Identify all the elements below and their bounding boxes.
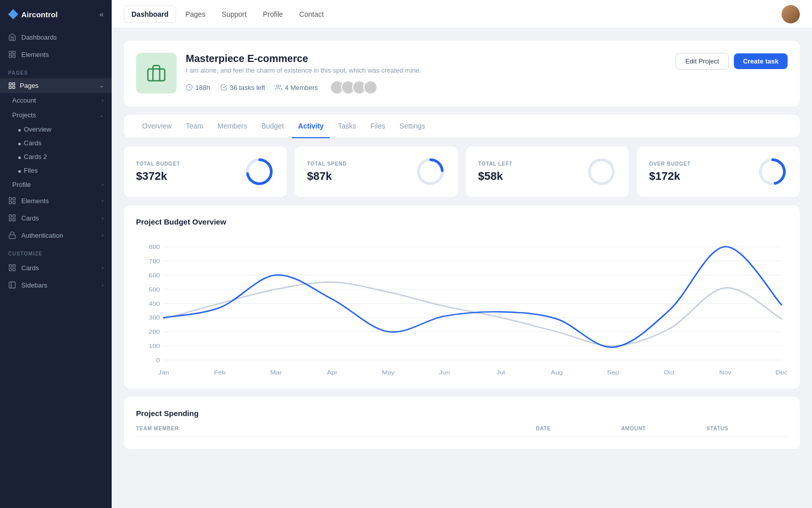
tab-budget[interactable]: Budget xyxy=(255,115,290,138)
svg-rect-3 xyxy=(9,55,12,57)
main-area: Dashboard Pages Support Profile Contact … xyxy=(112,0,812,508)
stat-label-total_spend: TOTAL SPEND xyxy=(307,161,347,167)
topnav-dashboard[interactable]: Dashboard xyxy=(124,6,176,23)
chart-title: Project Budget Overview xyxy=(136,217,788,226)
pages-chevron: ⌄ xyxy=(99,83,104,88)
svg-rect-18 xyxy=(13,265,15,267)
tabs-bar: OverviewTeamMembersBudgetActivityTasksFi… xyxy=(124,115,800,138)
stat-value-total_spend: $87k xyxy=(307,170,347,183)
cards-icon xyxy=(8,214,16,222)
sidebar-item-account[interactable]: Account › xyxy=(0,93,112,108)
svg-rect-13 xyxy=(13,215,15,217)
auth-icon xyxy=(8,231,16,239)
svg-text:300: 300 xyxy=(149,314,160,321)
project-info: Masterpiece E-commerce I am alone, and f… xyxy=(186,53,421,94)
svg-rect-23 xyxy=(148,69,164,81)
page-icon xyxy=(8,82,16,89)
tab-overview[interactable]: Overview xyxy=(136,115,178,138)
svg-rect-4 xyxy=(9,83,11,85)
svg-text:Sep: Sep xyxy=(607,369,619,375)
svg-rect-15 xyxy=(9,218,12,221)
avatar-4 xyxy=(363,80,378,94)
svg-rect-9 xyxy=(13,198,15,200)
tab-team[interactable]: Team xyxy=(180,115,209,138)
svg-text:700: 700 xyxy=(149,258,160,265)
project-description: I am alone, and feel the charm of existe… xyxy=(186,67,421,74)
svg-rect-7 xyxy=(9,86,11,88)
stat-value-total_left: $58k xyxy=(478,170,513,183)
svg-text:500: 500 xyxy=(149,286,160,293)
create-task-button[interactable]: Create task xyxy=(734,53,788,69)
stat-label-total_left: TOTAL LEFT xyxy=(478,161,513,167)
sidebar-item-cards[interactable]: Cards xyxy=(0,136,112,150)
tab-tasks[interactable]: Tasks xyxy=(332,115,362,138)
cards-cust-chevron: › xyxy=(102,265,104,271)
svg-rect-16 xyxy=(9,235,15,238)
svg-text:Oct: Oct xyxy=(664,369,674,375)
topnav-profile[interactable]: Profile xyxy=(256,6,290,22)
sidebar-sidebars[interactable]: Sidebars › xyxy=(0,276,112,294)
cards-chevron: › xyxy=(102,215,104,221)
donut-total_left xyxy=(586,156,617,187)
sidebar-item-profile[interactable]: Profile › xyxy=(0,177,112,192)
sidebar-item-files[interactable]: Files xyxy=(0,164,112,177)
svg-rect-2 xyxy=(13,55,15,57)
sidebar-item-authentication[interactable]: Authentication › xyxy=(0,227,112,244)
sidebar-item-overview[interactable]: Overview xyxy=(0,122,112,136)
svg-text:Jun: Jun xyxy=(439,369,450,375)
tab-files[interactable]: Files xyxy=(364,115,392,138)
projects-chevron: ⌄ xyxy=(99,112,104,118)
profile-chevron: › xyxy=(102,182,104,187)
svg-text:600: 600 xyxy=(149,272,160,278)
topnav-pages[interactable]: Pages xyxy=(178,6,213,22)
tab-members[interactable]: Members xyxy=(212,115,253,138)
stat-card-total_spend: TOTAL SPEND $87k xyxy=(295,146,458,197)
collapse-btn[interactable]: « xyxy=(99,10,104,18)
members-icon xyxy=(275,84,282,91)
tab-settings[interactable]: Settings xyxy=(393,115,431,138)
sidebars-chevron: › xyxy=(102,282,104,288)
project-card: Masterpiece E-commerce I am alone, and f… xyxy=(124,41,800,107)
elements-chevron: › xyxy=(102,198,104,204)
stat-info-total_budget: TOTAL BUDGET $372k xyxy=(136,161,180,183)
auth-chevron: › xyxy=(102,233,104,238)
task-icon xyxy=(220,84,227,91)
sidebar-item-elements[interactable]: Elements xyxy=(0,46,112,63)
svg-text:Dec: Dec xyxy=(775,369,788,375)
meta-tasks: 36 tasks left xyxy=(220,84,265,91)
topnav-contact[interactable]: Contact xyxy=(292,6,331,22)
project-actions: Edit Project Create task xyxy=(675,53,788,70)
logo: Aircontrol xyxy=(8,9,58,19)
col-date: DATE xyxy=(536,426,617,431)
content-area: Masterpiece E-commerce I am alone, and f… xyxy=(112,28,812,508)
svg-rect-20 xyxy=(9,268,12,271)
svg-point-25 xyxy=(277,85,279,87)
edit-project-button[interactable]: Edit Project xyxy=(675,53,728,70)
svg-rect-14 xyxy=(13,218,15,221)
svg-rect-21 xyxy=(9,282,15,288)
svg-rect-1 xyxy=(13,51,15,54)
topnav: Dashboard Pages Support Profile Contact xyxy=(112,0,812,28)
project-meta: 188h 36 tasks left 4 Members xyxy=(186,80,421,94)
svg-text:0: 0 xyxy=(156,357,160,364)
elements-icon xyxy=(8,197,16,205)
svg-text:Mar: Mar xyxy=(270,369,282,375)
cards-cust-icon xyxy=(8,264,16,272)
user-avatar[interactable] xyxy=(782,5,800,23)
sidebar-item-pages[interactable]: Pages ⌄ xyxy=(0,78,112,93)
donut-total_budget xyxy=(244,156,275,187)
tab-activity[interactable]: Activity xyxy=(292,115,330,138)
sidebar-item-projects[interactable]: Projects ⌄ xyxy=(0,108,112,122)
sidebar-item-elements2[interactable]: Elements › xyxy=(0,192,112,209)
svg-text:Jan: Jan xyxy=(158,369,169,375)
sidebar-item-cards3[interactable]: Cards › xyxy=(0,209,112,227)
stat-value-total_budget: $372k xyxy=(136,170,180,183)
account-chevron: › xyxy=(102,98,104,103)
chart-container: 0100200300400500600700800 JanFebMarAprMa… xyxy=(136,234,788,376)
stat-label-total_budget: TOTAL BUDGET xyxy=(136,161,180,167)
sidebar-customize-cards[interactable]: Cards › xyxy=(0,259,112,276)
sidebar-item-cards2[interactable]: Cards 2 xyxy=(0,150,112,164)
sidebars-icon xyxy=(8,281,16,289)
topnav-support[interactable]: Support xyxy=(215,6,254,22)
sidebar-item-dashboards[interactable]: Dashboards xyxy=(0,28,112,46)
